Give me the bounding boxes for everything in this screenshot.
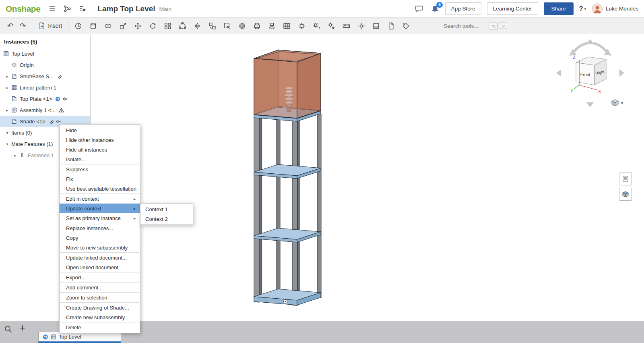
insert-button[interactable]: Insert: [35, 21, 65, 31]
learning-center-button[interactable]: Learning Center: [487, 2, 538, 15]
onshape-logo[interactable]: Onshape: [6, 4, 40, 14]
add-tab-button[interactable]: +: [19, 322, 25, 334]
menu-item-move-to-new-subassembly[interactable]: Move to new subassembly: [60, 243, 140, 252]
lamp-shelves[interactable]: [254, 107, 321, 305]
chevron-down-icon[interactable]: ▾: [3, 131, 11, 135]
menu-item-label: Create new subassembly: [66, 314, 125, 320]
menu-item-edit-in-context[interactable]: Edit in context▸: [60, 194, 140, 204]
replicate-icon[interactable]: [205, 20, 219, 32]
tree-row-strut-base-s[interactable]: ▸Strut/Base S...: [0, 71, 90, 82]
viewport-side-buttons: [619, 173, 632, 201]
menu-item-hide[interactable]: Hide: [60, 125, 140, 135]
appearance-icon[interactable]: [235, 20, 249, 32]
tree-row-top-level[interactable]: Top Level: [0, 48, 90, 59]
chevron-right-icon[interactable]: ▸: [11, 153, 19, 158]
relations-icon[interactable]: [295, 20, 309, 32]
rotate-icon[interactable]: [146, 20, 160, 32]
menu-item-delete[interactable]: Delete: [60, 322, 140, 332]
menu-item-set-as-primary-instance[interactable]: Set as primary instance▸: [60, 213, 140, 223]
version-manager-button[interactable]: [62, 3, 73, 14]
tag-icon[interactable]: [399, 20, 413, 32]
3d-viewport[interactable]: Z X Y Front Right ▾: [91, 35, 644, 321]
explode-icon[interactable]: [354, 20, 368, 32]
search-tools-input[interactable]: [443, 23, 487, 29]
menu-item-label: Open linked document: [66, 264, 118, 270]
appearance-panel-button[interactable]: [619, 188, 632, 201]
chevron-right-icon[interactable]: ▸: [3, 108, 11, 112]
tree-label: Strut/Base S...: [20, 73, 54, 79]
mate-icon[interactable]: [71, 20, 85, 32]
box-select-icon[interactable]: [220, 20, 234, 32]
measure-icon[interactable]: [339, 20, 353, 32]
menu-item-copy[interactable]: Copy: [60, 233, 140, 243]
tree-row-top-plate-1[interactable]: Top Plate <1>: [0, 93, 90, 104]
menu-item-isolate[interactable]: Isolate...: [60, 154, 140, 164]
notifications-button[interactable]: 6: [431, 4, 440, 13]
lamp-shade[interactable]: [254, 50, 321, 118]
tree-row-origin[interactable]: Origin: [0, 59, 90, 71]
y-axis: [574, 85, 579, 89]
menu-item-use-best-available-tessellation[interactable]: Use best available tessellation: [60, 184, 140, 193]
share-button[interactable]: Share: [544, 2, 574, 15]
linear-pattern-icon[interactable]: [161, 20, 175, 32]
bom-icon[interactable]: [280, 20, 294, 32]
menu-item-add-comment[interactable]: Add comment...: [60, 283, 140, 292]
menu-item-create-drawing-of-shade[interactable]: Create Drawing of Shade...: [60, 303, 140, 312]
menu-item-open-linked-document[interactable]: Open linked document: [60, 262, 140, 272]
menu-item-replace-instances[interactable]: Replace instances...: [60, 223, 140, 233]
create-version-icon: [78, 5, 86, 12]
create-version-button[interactable]: [77, 3, 88, 14]
origin-marker[interactable]: [284, 300, 287, 304]
tree-row-assembly-1[interactable]: ▸Assembly 1 <...: [0, 104, 90, 116]
configurations-icon[interactable]: [310, 20, 324, 32]
user-menu[interactable]: Luke Morales: [592, 3, 638, 15]
menu-item-hide-all-instances[interactable]: Hide all instances: [60, 145, 140, 154]
avatar[interactable]: [592, 3, 603, 15]
view-cube[interactable]: Z X Y Front Right: [555, 38, 625, 108]
workspace-name[interactable]: Main: [159, 6, 171, 12]
mirror-icon[interactable]: [190, 20, 204, 32]
print-icon[interactable]: [250, 20, 264, 32]
redo-button[interactable]: ↷: [17, 21, 29, 31]
menu-item-label: Fix: [66, 176, 73, 182]
tab-top-level[interactable]: Top Level: [38, 332, 121, 343]
menu-item-label: Hide all instances: [66, 147, 107, 153]
menu-item-update-context[interactable]: Update context▸: [60, 204, 140, 213]
lamp-struts[interactable]: [254, 110, 321, 306]
chevron-right-icon[interactable]: ▸: [3, 74, 11, 79]
menu-item-hide-other-instances[interactable]: Hide other instances: [60, 135, 140, 145]
app-store-button[interactable]: App Store: [445, 2, 481, 15]
group-icon[interactable]: [86, 20, 100, 32]
view-mode-button[interactable]: ▾: [611, 99, 623, 106]
help-menu-button[interactable]: ? ▾: [579, 5, 586, 12]
menu-item-fix[interactable]: Fix: [60, 174, 140, 184]
comments-button[interactable]: [413, 3, 425, 15]
tree-row-linear-pattern-1[interactable]: ▸Linear pattern 1: [0, 82, 90, 93]
menu-item-export[interactable]: Export...: [60, 272, 140, 282]
undo-button[interactable]: ↶: [4, 21, 17, 31]
menu-item-update-linked-document[interactable]: Update linked document...: [60, 253, 140, 262]
rotate-left-arrow-icon: [556, 69, 561, 77]
section-view-icon[interactable]: [369, 20, 383, 32]
menu-item-suppress[interactable]: Suppress: [60, 164, 140, 174]
circular-pattern-icon[interactable]: [175, 20, 190, 32]
move-icon[interactable]: [131, 20, 145, 32]
snapshot-icon[interactable]: [116, 20, 130, 32]
custom-features-icon[interactable]: [324, 20, 339, 32]
submenu-item-context-2[interactable]: Context 2: [140, 214, 193, 224]
chevron-right-icon[interactable]: ▸: [3, 85, 11, 90]
view-cube-front-face-label: Front: [580, 72, 590, 77]
publish-icon[interactable]: [265, 20, 279, 32]
submenu-item-context-1[interactable]: Context 1: [140, 204, 193, 214]
chevron-down-icon[interactable]: ▾: [3, 142, 11, 146]
menu-item-zoom-to-selection[interactable]: Zoom to selection: [60, 293, 140, 302]
menu-item-label: Suppress: [66, 166, 88, 173]
main-menu-button[interactable]: [47, 3, 58, 15]
menu-item-create-new-subassembly[interactable]: Create new subassembly: [60, 312, 140, 322]
feature-list-panel-button[interactable]: [619, 173, 632, 185]
tree-label: Mate Features (1): [11, 141, 53, 147]
menu-item-label: Zoom to selection: [66, 295, 107, 301]
revolute-mate-icon[interactable]: [101, 20, 115, 32]
drawing-icon[interactable]: [384, 20, 398, 32]
search-tabs-button[interactable]: [4, 325, 13, 335]
